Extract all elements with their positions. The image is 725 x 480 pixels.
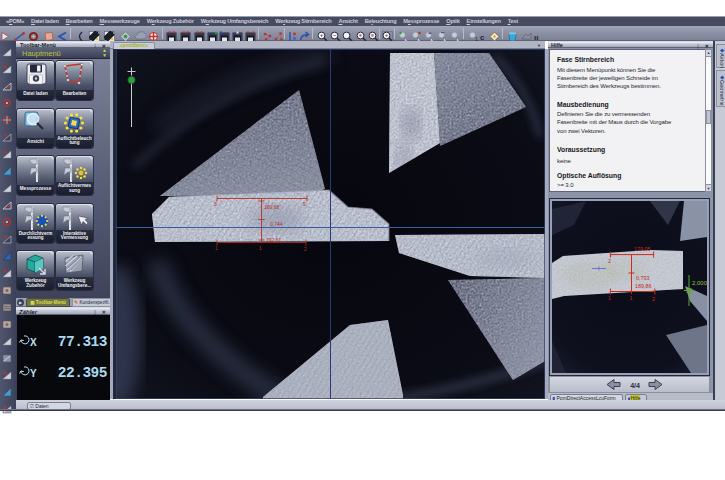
svg-text:180,68: 180,68 xyxy=(264,204,280,210)
svg-text:179,05: 179,05 xyxy=(634,246,651,252)
svg-text:1: 1 xyxy=(608,295,611,301)
svg-text:Y: Y xyxy=(30,368,37,379)
svg-text:1: 1 xyxy=(630,295,633,301)
svg-text:2: 2 xyxy=(652,296,655,302)
svg-text:192,61: 192,61 xyxy=(266,237,282,243)
svg-text:+: + xyxy=(320,32,323,38)
svg-text:●: ● xyxy=(359,32,362,38)
svg-text:77.313: 77.313 xyxy=(58,334,107,350)
svg-text:2: 2 xyxy=(304,246,307,252)
svg-text:1: 1 xyxy=(259,245,262,251)
svg-text:■: ■ xyxy=(371,32,374,38)
svg-text:1: 1 xyxy=(215,245,218,251)
svg-text:3: 3 xyxy=(214,201,217,207)
svg-text:0,793: 0,793 xyxy=(636,275,650,281)
svg-text:189,86: 189,86 xyxy=(635,283,652,289)
svg-text:X: X xyxy=(30,337,37,348)
svg-text:−: − xyxy=(333,32,336,38)
svg-text:4/4: 4/4 xyxy=(630,382,640,389)
svg-text:0,744: 0,744 xyxy=(270,221,283,227)
svg-text:+: + xyxy=(385,32,388,38)
svg-text:2,000: 2,000 xyxy=(692,280,707,286)
svg-text:22.395: 22.395 xyxy=(58,365,107,381)
svg-text:5: 5 xyxy=(303,201,306,207)
svg-text:2: 2 xyxy=(608,258,611,264)
